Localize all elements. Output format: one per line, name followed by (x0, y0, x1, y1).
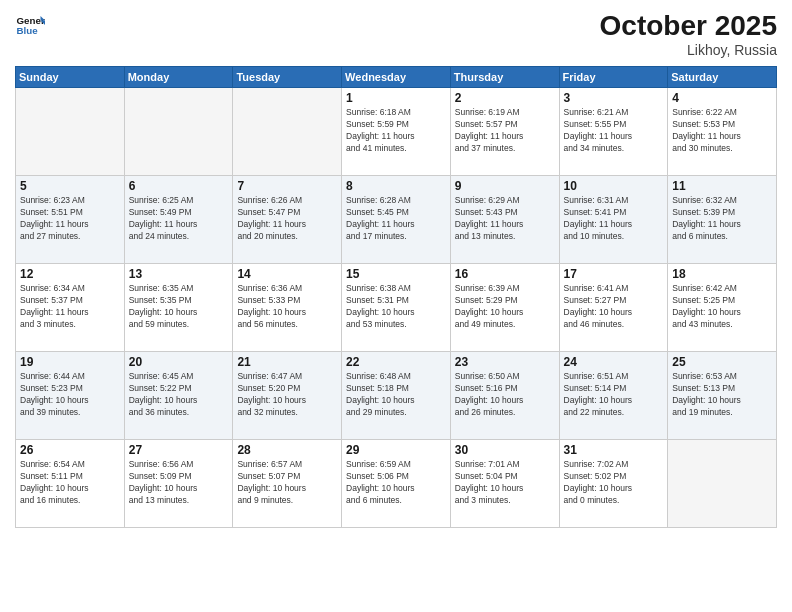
calendar-day-cell (668, 440, 777, 528)
day-info: Sunrise: 6:39 AM Sunset: 5:29 PM Dayligh… (455, 283, 555, 331)
day-info: Sunrise: 6:18 AM Sunset: 5:59 PM Dayligh… (346, 107, 446, 155)
calendar-week-row: 19Sunrise: 6:44 AM Sunset: 5:23 PM Dayli… (16, 352, 777, 440)
calendar-day-cell: 5Sunrise: 6:23 AM Sunset: 5:51 PM Daylig… (16, 176, 125, 264)
calendar-day-cell: 8Sunrise: 6:28 AM Sunset: 5:45 PM Daylig… (342, 176, 451, 264)
weekday-header: Monday (124, 67, 233, 88)
calendar-day-cell: 7Sunrise: 6:26 AM Sunset: 5:47 PM Daylig… (233, 176, 342, 264)
day-number: 29 (346, 443, 446, 457)
logo: General Blue (15, 10, 45, 40)
day-info: Sunrise: 6:51 AM Sunset: 5:14 PM Dayligh… (564, 371, 664, 419)
day-number: 2 (455, 91, 555, 105)
title-section: October 2025 Likhoy, Russia (600, 10, 777, 58)
calendar-day-cell: 10Sunrise: 6:31 AM Sunset: 5:41 PM Dayli… (559, 176, 668, 264)
header: General Blue October 2025 Likhoy, Russia (15, 10, 777, 58)
page: General Blue October 2025 Likhoy, Russia… (0, 0, 792, 612)
calendar-day-cell: 16Sunrise: 6:39 AM Sunset: 5:29 PM Dayli… (450, 264, 559, 352)
calendar-day-cell: 24Sunrise: 6:51 AM Sunset: 5:14 PM Dayli… (559, 352, 668, 440)
day-info: Sunrise: 6:48 AM Sunset: 5:18 PM Dayligh… (346, 371, 446, 419)
day-info: Sunrise: 6:29 AM Sunset: 5:43 PM Dayligh… (455, 195, 555, 243)
day-number: 23 (455, 355, 555, 369)
calendar-day-cell: 11Sunrise: 6:32 AM Sunset: 5:39 PM Dayli… (668, 176, 777, 264)
day-number: 7 (237, 179, 337, 193)
day-number: 21 (237, 355, 337, 369)
day-info: Sunrise: 6:56 AM Sunset: 5:09 PM Dayligh… (129, 459, 229, 507)
day-number: 16 (455, 267, 555, 281)
calendar-day-cell: 1Sunrise: 6:18 AM Sunset: 5:59 PM Daylig… (342, 88, 451, 176)
calendar-day-cell: 2Sunrise: 6:19 AM Sunset: 5:57 PM Daylig… (450, 88, 559, 176)
calendar-day-cell: 9Sunrise: 6:29 AM Sunset: 5:43 PM Daylig… (450, 176, 559, 264)
day-info: Sunrise: 6:23 AM Sunset: 5:51 PM Dayligh… (20, 195, 120, 243)
day-info: Sunrise: 6:19 AM Sunset: 5:57 PM Dayligh… (455, 107, 555, 155)
weekday-header: Sunday (16, 67, 125, 88)
day-number: 1 (346, 91, 446, 105)
day-info: Sunrise: 6:25 AM Sunset: 5:49 PM Dayligh… (129, 195, 229, 243)
day-info: Sunrise: 6:22 AM Sunset: 5:53 PM Dayligh… (672, 107, 772, 155)
calendar-day-cell: 30Sunrise: 7:01 AM Sunset: 5:04 PM Dayli… (450, 440, 559, 528)
day-number: 17 (564, 267, 664, 281)
logo-icon: General Blue (15, 10, 45, 40)
day-number: 22 (346, 355, 446, 369)
day-info: Sunrise: 6:42 AM Sunset: 5:25 PM Dayligh… (672, 283, 772, 331)
calendar-day-cell: 6Sunrise: 6:25 AM Sunset: 5:49 PM Daylig… (124, 176, 233, 264)
day-number: 19 (20, 355, 120, 369)
day-info: Sunrise: 6:31 AM Sunset: 5:41 PM Dayligh… (564, 195, 664, 243)
calendar-day-cell: 26Sunrise: 6:54 AM Sunset: 5:11 PM Dayli… (16, 440, 125, 528)
calendar-day-cell: 25Sunrise: 6:53 AM Sunset: 5:13 PM Dayli… (668, 352, 777, 440)
day-info: Sunrise: 6:36 AM Sunset: 5:33 PM Dayligh… (237, 283, 337, 331)
day-info: Sunrise: 6:28 AM Sunset: 5:45 PM Dayligh… (346, 195, 446, 243)
day-number: 26 (20, 443, 120, 457)
calendar-day-cell: 29Sunrise: 6:59 AM Sunset: 5:06 PM Dayli… (342, 440, 451, 528)
calendar-week-row: 12Sunrise: 6:34 AM Sunset: 5:37 PM Dayli… (16, 264, 777, 352)
calendar-day-cell: 27Sunrise: 6:56 AM Sunset: 5:09 PM Dayli… (124, 440, 233, 528)
day-info: Sunrise: 6:44 AM Sunset: 5:23 PM Dayligh… (20, 371, 120, 419)
calendar-day-cell (16, 88, 125, 176)
day-info: Sunrise: 6:57 AM Sunset: 5:07 PM Dayligh… (237, 459, 337, 507)
day-info: Sunrise: 6:35 AM Sunset: 5:35 PM Dayligh… (129, 283, 229, 331)
day-info: Sunrise: 7:02 AM Sunset: 5:02 PM Dayligh… (564, 459, 664, 507)
day-number: 13 (129, 267, 229, 281)
calendar-day-cell: 13Sunrise: 6:35 AM Sunset: 5:35 PM Dayli… (124, 264, 233, 352)
day-info: Sunrise: 6:21 AM Sunset: 5:55 PM Dayligh… (564, 107, 664, 155)
calendar-day-cell: 31Sunrise: 7:02 AM Sunset: 5:02 PM Dayli… (559, 440, 668, 528)
calendar-day-cell (124, 88, 233, 176)
day-number: 8 (346, 179, 446, 193)
day-info: Sunrise: 6:41 AM Sunset: 5:27 PM Dayligh… (564, 283, 664, 331)
calendar-day-cell: 19Sunrise: 6:44 AM Sunset: 5:23 PM Dayli… (16, 352, 125, 440)
calendar-day-cell: 14Sunrise: 6:36 AM Sunset: 5:33 PM Dayli… (233, 264, 342, 352)
day-info: Sunrise: 6:38 AM Sunset: 5:31 PM Dayligh… (346, 283, 446, 331)
weekday-header-row: SundayMondayTuesdayWednesdayThursdayFrid… (16, 67, 777, 88)
day-number: 12 (20, 267, 120, 281)
calendar-day-cell: 3Sunrise: 6:21 AM Sunset: 5:55 PM Daylig… (559, 88, 668, 176)
calendar-day-cell (233, 88, 342, 176)
day-number: 14 (237, 267, 337, 281)
calendar-day-cell: 28Sunrise: 6:57 AM Sunset: 5:07 PM Dayli… (233, 440, 342, 528)
day-number: 5 (20, 179, 120, 193)
day-info: Sunrise: 7:01 AM Sunset: 5:04 PM Dayligh… (455, 459, 555, 507)
day-number: 30 (455, 443, 555, 457)
month-title: October 2025 (600, 10, 777, 42)
day-number: 24 (564, 355, 664, 369)
day-number: 11 (672, 179, 772, 193)
weekday-header: Wednesday (342, 67, 451, 88)
day-number: 25 (672, 355, 772, 369)
calendar-day-cell: 23Sunrise: 6:50 AM Sunset: 5:16 PM Dayli… (450, 352, 559, 440)
day-number: 6 (129, 179, 229, 193)
weekday-header: Saturday (668, 67, 777, 88)
calendar-day-cell: 17Sunrise: 6:41 AM Sunset: 5:27 PM Dayli… (559, 264, 668, 352)
weekday-header: Thursday (450, 67, 559, 88)
day-number: 27 (129, 443, 229, 457)
svg-text:Blue: Blue (17, 25, 39, 36)
day-info: Sunrise: 6:50 AM Sunset: 5:16 PM Dayligh… (455, 371, 555, 419)
calendar-day-cell: 22Sunrise: 6:48 AM Sunset: 5:18 PM Dayli… (342, 352, 451, 440)
day-number: 28 (237, 443, 337, 457)
day-info: Sunrise: 6:54 AM Sunset: 5:11 PM Dayligh… (20, 459, 120, 507)
location: Likhoy, Russia (600, 42, 777, 58)
day-info: Sunrise: 6:53 AM Sunset: 5:13 PM Dayligh… (672, 371, 772, 419)
day-number: 10 (564, 179, 664, 193)
day-number: 18 (672, 267, 772, 281)
calendar-week-row: 1Sunrise: 6:18 AM Sunset: 5:59 PM Daylig… (16, 88, 777, 176)
calendar: SundayMondayTuesdayWednesdayThursdayFrid… (15, 66, 777, 528)
calendar-day-cell: 18Sunrise: 6:42 AM Sunset: 5:25 PM Dayli… (668, 264, 777, 352)
weekday-header: Tuesday (233, 67, 342, 88)
day-info: Sunrise: 6:32 AM Sunset: 5:39 PM Dayligh… (672, 195, 772, 243)
